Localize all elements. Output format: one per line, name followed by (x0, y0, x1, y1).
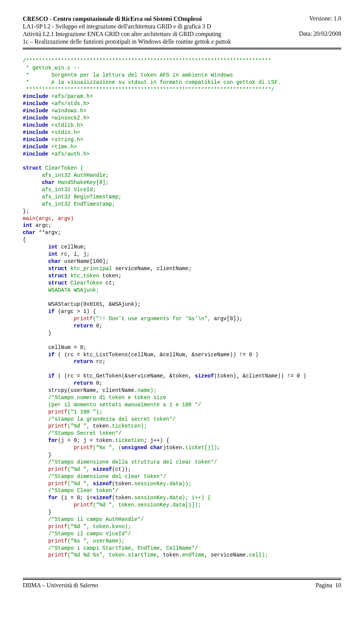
document-footer: DIIMA – Università di Salerno Pagina 10 (23, 578, 341, 589)
doc-date: Data: 20/02/2008 (299, 30, 341, 37)
footer-right: Pagina 10 (315, 582, 341, 589)
doc-subline-1: LA1-SP I.2 - Sviluppo ed integrazione de… (23, 23, 231, 30)
document-header: CRESCO - Centro computazionale di RicErc… (23, 15, 341, 50)
doc-subline-2: Attività I.2.1 Integrazione ENEA GRID co… (23, 30, 231, 38)
source-code-block: /***************************************… (23, 57, 341, 559)
doc-title: CRESCO - Centro computazionale di RicErc… (23, 15, 231, 23)
footer-left: DIIMA – Università di Salerno (23, 582, 98, 589)
doc-subline-3: 1c – Realizzazione delle funzioni protot… (23, 38, 231, 46)
doc-version: Versione: 1.0 (299, 15, 341, 22)
